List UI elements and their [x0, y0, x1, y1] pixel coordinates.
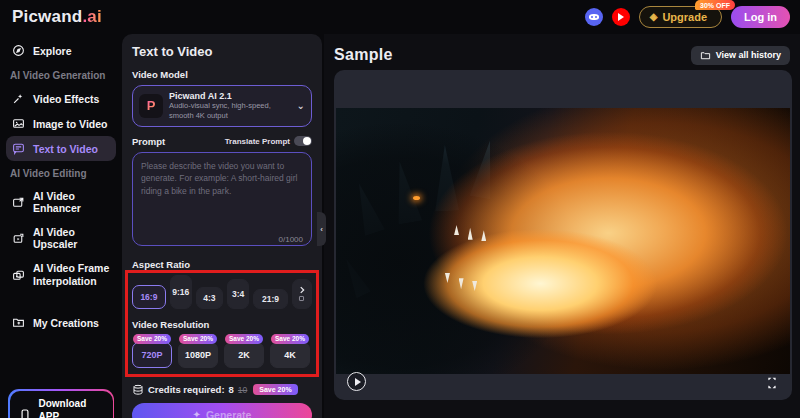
- sidebar-item-text-to-video[interactable]: Text to Video: [6, 136, 116, 161]
- sample-title: Sample: [334, 46, 393, 64]
- resolution-720p-button[interactable]: 720P: [132, 342, 172, 368]
- video-model-label: Video Model: [132, 69, 312, 80]
- gem-icon: ◈: [650, 12, 658, 22]
- credits-save-badge: Save 20%: [253, 384, 297, 395]
- small-square-icon: [298, 295, 305, 302]
- upscale-icon: [12, 232, 25, 245]
- chevron-down-icon: ⌄: [297, 100, 305, 111]
- sparkle-icon: ✦: [193, 409, 201, 418]
- download-app-inner: Download APP Get Free Credits: [10, 391, 113, 418]
- view-all-history-button[interactable]: View all history: [691, 46, 790, 65]
- prompt-box: 0/1000: [132, 152, 312, 250]
- resolution-item: Save 20% 2K: [224, 342, 264, 368]
- phone-icon: [18, 407, 32, 418]
- toggle-knob: [303, 137, 311, 145]
- compass-icon: [12, 44, 25, 57]
- translate-prompt-toggle[interactable]: [294, 136, 312, 146]
- sidebar-item-frame-interpolation[interactable]: AI Video Frame Interpolation: [6, 256, 116, 294]
- generate-button[interactable]: ✦ Generate: [132, 403, 312, 418]
- picwand-app: Picwand.ai ◈ Upgrade 30% OFF Log in Expl…: [0, 0, 800, 418]
- sidebar-label: My Creations: [33, 317, 99, 329]
- sidebar-label: AI Video Upscaler: [33, 226, 110, 250]
- model-description: Audio-visual sync, high-speed, smooth 4K…: [169, 101, 291, 121]
- fullscreen-button[interactable]: [765, 376, 779, 390]
- model-logo: P: [139, 94, 163, 118]
- sidebar-section-generation: AI Video Generation: [6, 63, 116, 86]
- download-app-text: Download APP Get Free Credits: [39, 397, 105, 418]
- history-folder-icon: [700, 50, 711, 61]
- prompt-input[interactable]: [132, 152, 312, 246]
- sidebar-item-video-effects[interactable]: Video Effects: [6, 86, 116, 111]
- translate-prompt-label: Translate Prompt: [225, 137, 290, 146]
- resolution-2k-button[interactable]: 2K: [224, 342, 264, 368]
- resolution-row: Save 20% 720P Save 20% 1080P Save 20% 2K…: [132, 342, 312, 368]
- sidebar-label: Text to Video: [33, 143, 98, 155]
- model-meta: Picwand AI 2.1 Audio-visual sync, high-s…: [169, 91, 291, 121]
- resolution-item: Save 20% 720P: [132, 342, 172, 368]
- prompt-header: Prompt Translate Prompt: [132, 136, 312, 147]
- credits-current: 8: [229, 384, 234, 395]
- logo-suffix: .ai: [82, 7, 102, 26]
- resolution-4k-button[interactable]: 4K: [270, 342, 310, 368]
- topbar-actions: ◈ Upgrade 30% OFF Log in: [585, 6, 790, 28]
- download-app-button[interactable]: Download APP Get Free Credits: [8, 389, 114, 418]
- prompt-label: Prompt: [132, 136, 165, 147]
- generate-label: Generate: [206, 409, 252, 418]
- logo[interactable]: Picwand.ai: [12, 7, 102, 27]
- sidebar-item-image-to-video[interactable]: Image to Video: [6, 111, 116, 136]
- discount-badge: 30% OFF: [695, 0, 735, 10]
- logo-text: Picwand: [12, 7, 82, 26]
- save-badge: Save 20%: [225, 334, 263, 344]
- enhance-icon: [12, 196, 25, 209]
- sample-header: Sample View all history: [334, 42, 790, 68]
- view-all-history-label: View all history: [716, 50, 781, 60]
- play-icon: [355, 378, 361, 386]
- sample-panel: Sample View all history: [324, 34, 800, 418]
- sample-video-preview[interactable]: [336, 108, 790, 374]
- resolution-1080p-button[interactable]: 1080P: [178, 342, 218, 368]
- coins-icon: [132, 384, 144, 396]
- save-badge: Save 20%: [271, 334, 309, 344]
- youtube-icon[interactable]: [612, 8, 630, 26]
- aspect-3-4-button[interactable]: 3:4: [227, 279, 249, 309]
- model-name: Picwand AI 2.1: [169, 91, 291, 101]
- aspect-9-16-button[interactable]: 9:16: [170, 275, 192, 309]
- sidebar: Explore AI Video Generation Video Effect…: [0, 34, 122, 418]
- discord-icon[interactable]: [585, 8, 603, 26]
- sidebar-item-explore[interactable]: Explore: [6, 38, 116, 63]
- discord-face-icon: [589, 14, 599, 20]
- folder-icon: [12, 316, 25, 329]
- login-button[interactable]: Log in: [731, 6, 790, 28]
- save-badge: Save 20%: [179, 334, 217, 344]
- sidebar-label: Video Effects: [33, 93, 99, 105]
- fire-plume: [336, 108, 790, 374]
- text-to-video-panel: Text to Video Video Model P Picwand AI 2…: [122, 34, 322, 418]
- translate-prompt: Translate Prompt: [225, 136, 312, 146]
- credits-label: Credits required:: [148, 384, 225, 395]
- aspect-more-button[interactable]: [292, 279, 312, 309]
- char-counter: 0/1000: [279, 235, 303, 244]
- sidebar-label: AI Video Frame Interpolation: [33, 262, 110, 288]
- panel-collapse-handle[interactable]: ‹: [317, 212, 326, 246]
- aspect-21-9-button[interactable]: 21:9: [253, 289, 288, 309]
- highlighted-settings: 16:9 9:16 4:3 3:4 21:9 Video Resolution …: [132, 275, 312, 368]
- video-model-select[interactable]: P Picwand AI 2.1 Audio-visual sync, high…: [132, 85, 312, 127]
- frames-icon: [12, 269, 25, 282]
- top-bar: Picwand.ai ◈ Upgrade 30% OFF Log in: [0, 0, 800, 34]
- sidebar-label: Image to Video: [33, 118, 108, 130]
- upgrade-button[interactable]: ◈ Upgrade 30% OFF: [639, 6, 722, 28]
- chat-text-icon: [12, 142, 25, 155]
- aspect-16-9-button[interactable]: 16:9: [132, 285, 166, 309]
- sidebar-item-ai-video-enhancer[interactable]: AI Video Enhancer: [6, 184, 116, 220]
- download-app-title: Download APP: [39, 397, 105, 418]
- aspect-4-3-button[interactable]: 4:3: [196, 287, 223, 309]
- aspect-ratio-label: Aspect Ratio: [132, 259, 312, 270]
- sidebar-section-editing: AI Video Editing: [6, 161, 116, 184]
- save-badge: Save 20%: [133, 334, 171, 344]
- sidebar-item-ai-video-upscaler[interactable]: AI Video Upscaler: [6, 220, 116, 256]
- sidebar-item-my-creations[interactable]: My Creations: [6, 310, 116, 335]
- resolution-item: Save 20% 4K: [270, 342, 310, 368]
- chevron-right-icon: [297, 285, 307, 295]
- image-icon: [12, 117, 25, 130]
- play-button[interactable]: [347, 372, 366, 391]
